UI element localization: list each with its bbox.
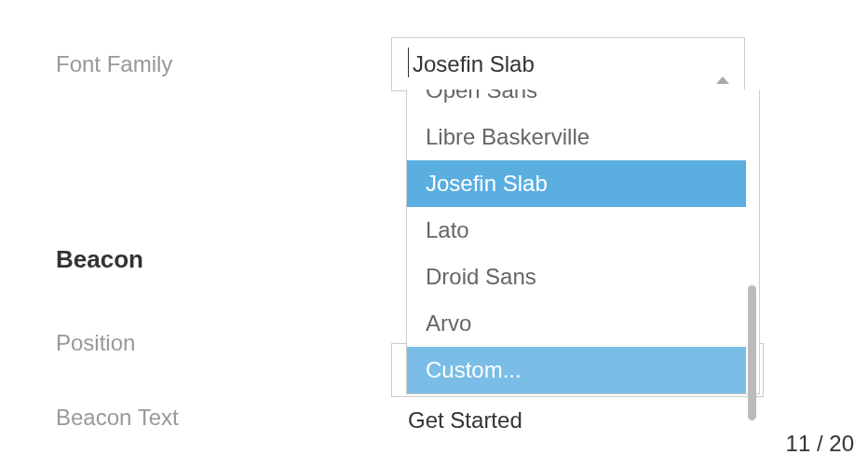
text-cursor bbox=[408, 48, 409, 77]
font-family-select[interactable]: Josefin Slab bbox=[391, 37, 745, 91]
dropdown-option[interactable]: Open Sans bbox=[407, 89, 746, 114]
font-family-label: Font Family bbox=[56, 51, 391, 77]
dropdown-option[interactable]: Droid Sans bbox=[407, 254, 746, 300]
font-family-dropdown[interactable]: Open Sans Libre Baskerville Josefin Slab… bbox=[406, 89, 760, 394]
scrollbar-thumb[interactable] bbox=[748, 285, 756, 420]
scrollbar[interactable] bbox=[746, 89, 759, 393]
dropdown-option[interactable]: Libre Baskerville bbox=[407, 114, 746, 160]
dropdown-option[interactable]: Arvo bbox=[407, 300, 746, 347]
dropdown-option[interactable]: Lato bbox=[407, 207, 746, 254]
dropdown-option[interactable]: Josefin Slab bbox=[407, 160, 746, 207]
beacon-text-label: Beacon Text bbox=[56, 405, 391, 431]
position-label: Position bbox=[56, 330, 391, 356]
beacon-text-value: Get Started bbox=[391, 394, 539, 447]
font-family-select-value: Josefin Slab bbox=[413, 51, 535, 76]
chevron-up-icon bbox=[716, 51, 729, 77]
dropdown-option[interactable]: Custom... bbox=[407, 347, 746, 393]
char-counter: 11 / 20 bbox=[786, 431, 854, 457]
dropdown-list: Open Sans Libre Baskerville Josefin Slab… bbox=[407, 89, 746, 393]
beacon-heading: Beacon bbox=[56, 245, 391, 274]
